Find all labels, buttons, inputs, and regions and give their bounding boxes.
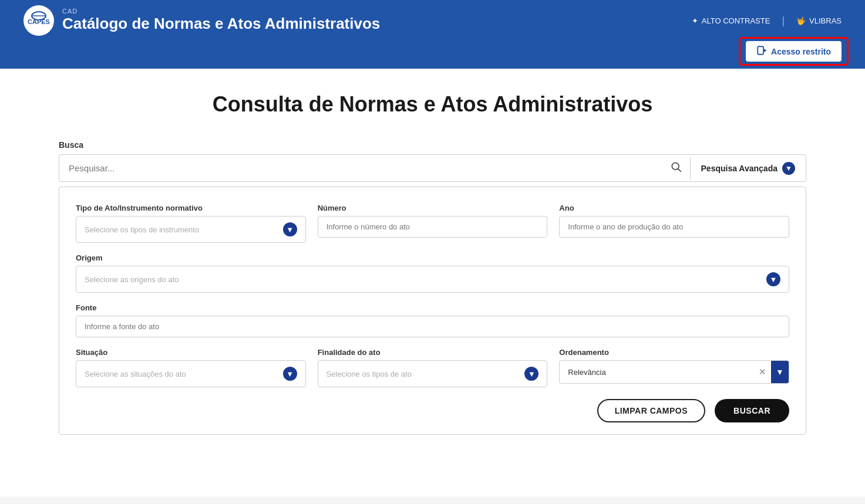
header-left: CAPES CAD Catálogo de Normas e Atos Admi…: [23, 5, 380, 36]
ano-label: Ano: [559, 204, 789, 212]
pesquisa-avancada-button[interactable]: Pesquisa Avançada ▼: [691, 156, 806, 181]
finalidade-select[interactable]: Selecione os tipos de ato ▼: [318, 360, 548, 387]
fonte-input[interactable]: [76, 316, 789, 337]
svg-text:CAPES: CAPES: [28, 18, 50, 25]
cad-label: CAD: [62, 8, 380, 15]
login-icon: [756, 45, 767, 57]
vlibras-label: VLIBRAS: [809, 16, 842, 25]
search-icon: [670, 161, 682, 172]
numero-label: Número: [318, 204, 548, 212]
ordenamento-value: Relevância: [560, 362, 754, 383]
ordenamento-group: Ordenamento Relevância ✕ ▼: [559, 348, 789, 387]
buttons-row: LIMPAR CAMPOS BUSCAR: [76, 399, 789, 422]
header-title: Catálogo de Normas e Atos Administrativo…: [62, 15, 380, 33]
limpar-button[interactable]: LIMPAR CAMPOS: [597, 399, 705, 422]
capes-logo-icon: CAPES: [23, 5, 54, 36]
finalidade-placeholder: Selecione os tipos de ato: [327, 370, 412, 378]
situacao-select[interactable]: Selecione as situações do ato ▼: [76, 360, 306, 387]
search-bar: Pesquisa Avançada ▼: [59, 154, 806, 182]
acesso-restrito-button[interactable]: Acesso restrito: [746, 41, 842, 62]
form-row-4: Situação Selecione as situações do ato ▼…: [76, 348, 789, 387]
busca-section: Busca Pesquisa Avançada ▼ Tipo de Ato/In…: [59, 140, 806, 435]
busca-label: Busca: [59, 140, 806, 150]
ano-input[interactable]: [559, 216, 789, 238]
page-title: Consulta de Normas e Atos Administrativo…: [59, 92, 806, 117]
svg-rect-4: [758, 46, 763, 55]
sun-icon: ✦: [692, 16, 698, 25]
tipo-placeholder: Selecione os tipos de instrumento: [85, 225, 199, 234]
header: CAPES CAD Catálogo de Normas e Atos Admi…: [0, 0, 865, 41]
form-row-3: Fonte: [76, 303, 789, 337]
advanced-search-panel: Tipo de Ato/Instrumento normativo Seleci…: [59, 187, 806, 435]
tipo-select[interactable]: Selecione os tipos de instrumento ▼: [76, 216, 306, 243]
svg-line-6: [678, 169, 681, 172]
situacao-group: Situação Selecione as situações do ato ▼: [76, 348, 306, 387]
origem-placeholder: Selecione as origens do ato: [85, 275, 179, 284]
capes-text-block: CAD Catálogo de Normas e Atos Administra…: [62, 8, 380, 33]
tipo-label: Tipo de Ato/Instrumento normativo: [76, 204, 306, 212]
capes-logo: CAPES: [23, 5, 54, 36]
acesso-restrito-wrapper: Acesso restrito: [746, 41, 842, 62]
pesquisa-avancada-label: Pesquisa Avançada: [701, 164, 778, 173]
ano-group: Ano: [559, 204, 789, 243]
finalidade-dropdown-icon: ▼: [524, 367, 538, 381]
vlibras-button[interactable]: 🤟 VLIBRAS: [796, 16, 842, 25]
ordenamento-select[interactable]: Relevância ✕ ▼: [559, 360, 789, 384]
numero-input[interactable]: [318, 216, 548, 238]
finalidade-group: Finalidade do ato Selecione os tipos de …: [318, 348, 548, 387]
acesso-restrito-label: Acesso restrito: [771, 47, 831, 56]
alto-contraste-label: ALTO CONTRASTE: [702, 16, 770, 25]
pesquisa-avancada-dropdown-icon: ▼: [782, 162, 795, 175]
ordenamento-dropdown-button[interactable]: ▼: [771, 361, 789, 383]
header-divider: |: [782, 15, 785, 27]
fonte-group: Fonte: [76, 303, 789, 337]
situacao-placeholder: Selecione as situações do ato: [85, 370, 186, 378]
buscar-button[interactable]: BUSCAR: [715, 399, 789, 422]
ordenamento-label: Ordenamento: [559, 348, 789, 357]
subheader: Acesso restrito: [0, 41, 865, 69]
tipo-dropdown-icon: ▼: [283, 222, 297, 236]
situacao-label: Situação: [76, 348, 306, 357]
origem-dropdown-icon: ▼: [766, 272, 780, 286]
header-right: ✦ ALTO CONTRASTE | 🤟 VLIBRAS: [692, 15, 842, 27]
search-button[interactable]: [662, 155, 690, 181]
situacao-dropdown-icon: ▼: [283, 367, 297, 381]
search-input[interactable]: [59, 156, 662, 180]
alto-contraste-button[interactable]: ✦ ALTO CONTRASTE: [692, 16, 770, 25]
fonte-label: Fonte: [76, 303, 789, 312]
numero-group: Número: [318, 204, 548, 243]
origem-label: Origem: [76, 253, 789, 262]
ordenamento-clear-button[interactable]: ✕: [754, 362, 771, 382]
main-content: Consulta de Normas e Atos Administrativo…: [0, 69, 865, 496]
vlibras-icon: 🤟: [796, 16, 806, 25]
origem-group: Origem Selecione as origens do ato ▼: [76, 253, 789, 293]
form-row-2: Origem Selecione as origens do ato ▼: [76, 253, 789, 293]
ordenamento-chevron-icon: ▼: [776, 367, 784, 377]
finalidade-label: Finalidade do ato: [318, 348, 548, 357]
form-row-1: Tipo de Ato/Instrumento normativo Seleci…: [76, 204, 789, 243]
tipo-group: Tipo de Ato/Instrumento normativo Seleci…: [76, 204, 306, 243]
origem-select[interactable]: Selecione as origens do ato ▼: [76, 266, 789, 293]
